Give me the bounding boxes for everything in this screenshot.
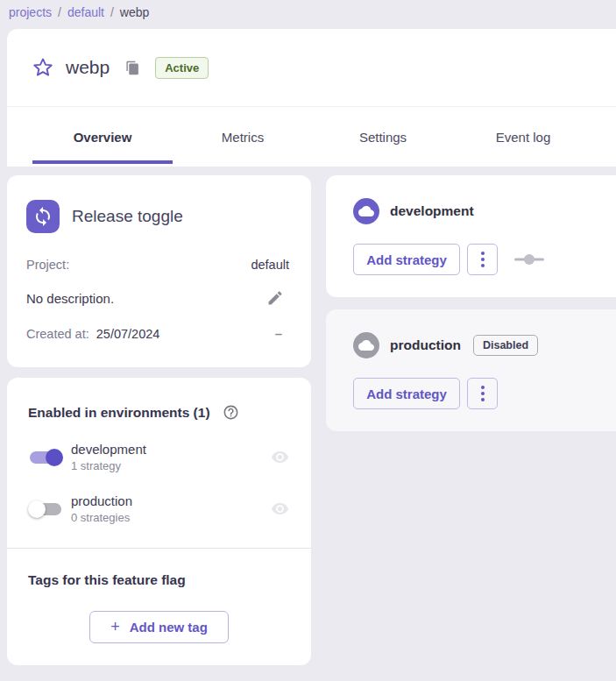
more-options-kebab-button[interactable] [467, 244, 498, 275]
add-strategy-button[interactable]: Add strategy [353, 244, 460, 275]
environment-strategy-count: 0 strategies [71, 511, 132, 524]
page-title: webp [66, 57, 110, 78]
tags-section: Tags for this feature flag + Add new tag [7, 549, 311, 665]
environment-name: development [71, 442, 146, 457]
production-toggle[interactable] [28, 500, 63, 519]
right-column: development Add strategy [326, 175, 616, 431]
created-at-row: Created at: 25/07/2024 – [26, 326, 289, 341]
production-panel-header: production Disabled [353, 332, 605, 358]
development-panel-actions: Add strategy [353, 244, 605, 275]
tags-section-title: Tags for this feature flag [28, 572, 290, 588]
copy-name-icon[interactable] [125, 60, 140, 75]
breadcrumb: projects / default / webp [0, 0, 616, 29]
left-column: Release toggle Project: default No descr… [7, 175, 311, 665]
visibility-eye-icon[interactable] [271, 500, 289, 518]
environment-panel-name: development [390, 203, 474, 219]
environment-name: production [71, 493, 132, 508]
description-text: No description. [26, 291, 114, 306]
tab-bar: Overview Metrics Settings Event log [7, 106, 616, 167]
feature-title-row: webp Active [7, 29, 616, 106]
flag-details-card: Release toggle Project: default No descr… [7, 175, 311, 367]
environments-card-title: Enabled in environments (1) [28, 405, 210, 421]
production-environment-panel: production Disabled Add strategy [326, 309, 616, 431]
breadcrumb-separator: / [110, 5, 114, 19]
add-new-tag-button[interactable]: + Add new tag [89, 611, 229, 643]
breadcrumb-default-link[interactable]: default [67, 5, 104, 19]
more-options-kebab-button[interactable] [467, 378, 498, 409]
description-row: No description. [26, 289, 289, 307]
breadcrumb-current: webp [120, 5, 149, 19]
environments-card: Enabled in environments (1) development … [7, 378, 311, 665]
enabled-environments-section: Enabled in environments (1) development … [7, 378, 311, 548]
favorite-star-icon[interactable] [32, 56, 54, 79]
project-row: Project: default [26, 258, 289, 272]
release-toggle-icon [26, 200, 60, 233]
main-content: Release toggle Project: default No descr… [0, 167, 616, 665]
tab-event-log[interactable]: Event log [453, 107, 593, 167]
disabled-badge: Disabled [473, 335, 538, 356]
breadcrumb-separator: / [58, 5, 61, 19]
feature-header-card: webp Active Overview Metrics Settings Ev… [7, 29, 616, 167]
tab-metrics[interactable]: Metrics [173, 107, 313, 167]
created-at-value: 25/07/2024 [96, 327, 160, 341]
development-environment-panel: development Add strategy [326, 175, 616, 297]
development-panel-header: development [353, 198, 605, 224]
development-toggle[interactable] [28, 448, 63, 467]
environment-strategy-count: 1 strategy [71, 459, 146, 472]
visibility-eye-icon[interactable] [271, 448, 289, 466]
environment-row-production: production 0 strategies [28, 493, 289, 524]
project-value: default [251, 258, 289, 272]
help-icon[interactable] [223, 404, 239, 421]
flag-type-label: Release toggle [72, 207, 183, 226]
commit-node-icon [513, 254, 546, 265]
plus-icon: + [110, 618, 120, 636]
empty-value-dash: – [275, 326, 289, 341]
cloud-environment-icon [353, 198, 379, 224]
project-label: Project: [26, 258, 69, 272]
cloud-environment-icon [353, 332, 379, 358]
flag-type-header: Release toggle [26, 200, 289, 233]
production-panel-actions: Add strategy [353, 378, 605, 409]
created-at-label: Created at: [26, 327, 89, 341]
breadcrumb-projects-link[interactable]: projects [9, 5, 52, 19]
tab-settings[interactable]: Settings [313, 107, 453, 167]
environments-card-title-row: Enabled in environments (1) [28, 404, 289, 421]
tab-overview[interactable]: Overview [32, 107, 173, 167]
edit-description-icon[interactable] [266, 289, 289, 307]
add-strategy-button[interactable]: Add strategy [353, 378, 460, 409]
environment-row-development: development 1 strategy [28, 442, 289, 472]
environment-panel-name: production [390, 337, 461, 353]
status-badge: Active [155, 57, 209, 79]
